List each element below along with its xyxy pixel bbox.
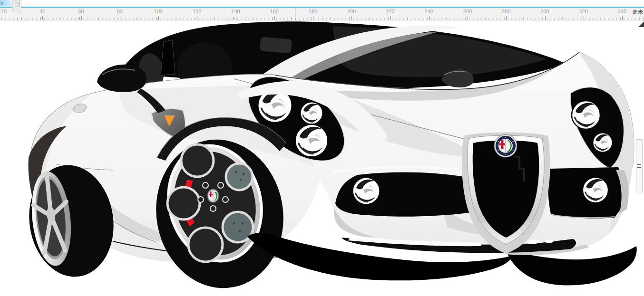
fog-lamp-left [353, 178, 380, 205]
square-outline-icon [15, 2, 20, 7]
ruler-tick-label: 100 [154, 9, 163, 14]
ruler-tick-label: 260 [463, 9, 472, 14]
ruler-tick-label: 180 [309, 9, 317, 14]
drawing-canvas[interactable] [0, 20, 644, 296]
ruler-tick-label: 80 [117, 9, 123, 14]
scrollbar-thumb[interactable] [636, 139, 643, 193]
car-illustration[interactable] [0, 20, 644, 296]
ruler-tick-label: 160 [270, 9, 279, 14]
ruler-tick-label: 240 [425, 9, 433, 14]
app-window: r 20406080100120140160180200220240260280… [0, 0, 644, 296]
ruler-tick-label: 140 [231, 9, 240, 14]
ruler-minor-ticks [0, 18, 644, 20]
air-intake-right [548, 167, 629, 219]
ruler-tick-label: 300 [540, 9, 549, 14]
scrollbar-grip [636, 163, 642, 168]
ruler-tick-label: 200 [347, 9, 356, 14]
alfa-badge [494, 134, 517, 157]
top-strip [0, 0, 644, 7]
ruler-tick-label: 220 [386, 9, 394, 14]
ruler-tick-label: 320 [579, 9, 588, 14]
toolbar-button[interactable] [12, 0, 21, 13]
ruler-tick-label: 20 [1, 9, 7, 14]
toolbar-fragment[interactable]: r [0, 0, 11, 6]
ruler-tick-label: 340 [618, 9, 626, 14]
vertical-scrollbar[interactable] [635, 29, 643, 296]
ruler-unit-label: 毫米 [633, 9, 643, 16]
ruler-tick-label: 280 [502, 9, 510, 14]
ruler-tick-label: 40 [39, 9, 45, 14]
horizontal-ruler[interactable]: 2040608010012014016018020022024026028030… [0, 8, 644, 20]
fog-lamp-right [583, 177, 608, 203]
wheel-badge [207, 189, 219, 202]
ruler-cursor-marker [295, 8, 295, 20]
corner-resize-icon[interactable] [638, 21, 644, 27]
ruler-tick-label: 60 [78, 9, 84, 14]
ruler-tick-label: 120 [193, 9, 201, 14]
